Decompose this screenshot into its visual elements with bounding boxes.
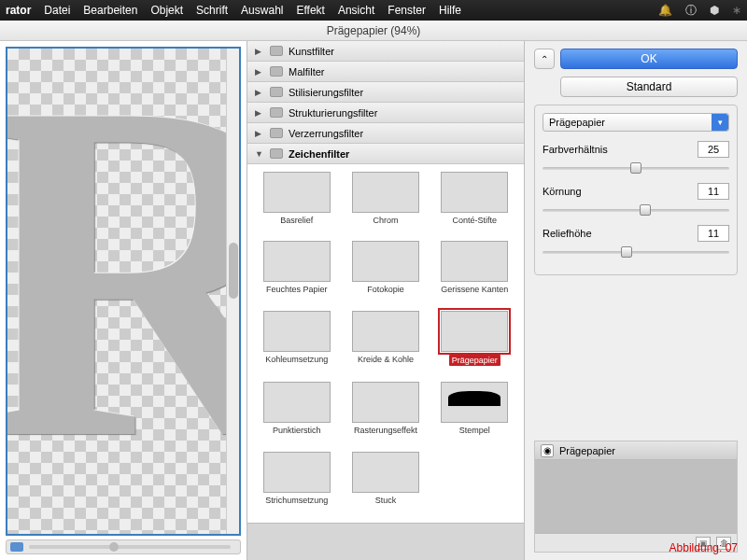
filter-thumb-feuchtes-papier[interactable]: Feuchtes Papier [255,241,338,304]
filter-thumb-rasterungseffekt[interactable]: Rasterungseffekt [344,382,427,445]
slider-knob[interactable] [640,204,651,216]
filter-swatch [352,452,419,493]
disclosure-triangle-icon: ▼ [255,149,264,159]
filter-thumb-label: Feuchtes Papier [266,285,328,294]
category-stilisierungsfilter[interactable]: ▶ Stilisierungsfilter [247,82,524,103]
filter-thumb-basrelief[interactable]: Basrelief [255,172,338,235]
filter-thumb-label: Punktierstich [273,426,321,435]
filter-thumb-label: Fotokopie [367,285,404,294]
preview-pane: R [0,41,247,560]
slider-label: Körnung [543,186,582,197]
category-label: Zeichenfilter [289,148,349,160]
filter-swatch [263,382,331,423]
disclosure-triangle-icon: ▶ [255,88,264,97]
filter-thumb-stuck[interactable]: Stuck [344,452,427,515]
filter-thumb-label: Strichumsetzung [265,496,328,505]
preview-canvas[interactable]: R [6,47,241,536]
zoom-bar[interactable] [6,539,241,554]
folder-icon [270,107,283,118]
filter-thumb-fotokopie[interactable]: Fotokopie [344,241,427,304]
system-menubar: rator Datei Bearbeiten Objekt Schrift Au… [0,0,747,21]
layer-title: Prägepapier [559,445,615,456]
filter-thumb-label: Kohleumsetzung [265,355,328,364]
filter-swatch [441,172,508,213]
filter-thumb-pr-gepapier[interactable]: Prägepapier [433,311,516,376]
filter-swatch [352,382,419,423]
category-kunstfilter[interactable]: ▶ Kunstfilter [247,41,524,62]
filter-thumb-kohleumsetzung[interactable]: Kohleumsetzung [255,311,338,376]
slider-value-input[interactable]: 11 [698,183,729,200]
category-malfilter[interactable]: ▶ Malfilter [247,62,524,82]
filter-swatch [263,241,331,282]
slider-label: Reliefhöhe [543,228,592,239]
slider-reliefhöhe[interactable] [543,245,729,259]
collapse-button[interactable]: ⌃ [534,49,555,69]
zoom-track[interactable] [29,545,231,549]
slider-knob[interactable] [630,162,641,174]
filter-thumb-label: Prägepapier [449,355,500,366]
visibility-toggle[interactable]: ◉ [541,444,554,457]
menu-objekt[interactable]: Objekt [150,4,183,17]
filter-thumb-stempel[interactable]: Stempel [433,382,516,445]
disclosure-triangle-icon: ▶ [255,47,264,56]
category-label: Verzerrungsfilter [289,128,363,139]
slider-körnung[interactable] [543,203,729,217]
settings-pane: ⌃ OK Standard Prägepapier ▾ Farbverhältn… [525,41,747,560]
filter-thumb-label: Stempel [459,426,490,435]
filter-gallery: ▶ Kunstfilter▶ Malfilter▶ Stilisierungsf… [247,41,525,560]
menu-bearbeiten[interactable]: Bearbeiten [83,4,137,17]
folder-icon [270,128,283,138]
disclosure-triangle-icon: ▶ [255,129,264,138]
category-label: Stilisierungsfilter [289,87,363,98]
bell-icon[interactable]: 🔔 [658,4,672,17]
slider-farbverhältnis[interactable] [543,161,729,175]
disclosure-triangle-icon: ▶ [255,67,264,77]
filter-thumb-gerissene-kanten[interactable]: Gerissene Kanten [433,241,516,304]
filter-thumb-label: Gerissene Kanten [441,285,508,294]
slider-label: Farbverhältnis [543,144,608,155]
zoom-level-indicator[interactable] [10,542,23,552]
menu-effekt[interactable]: Effekt [296,4,324,17]
category-label: Kunstfilter [289,46,334,57]
figure-caption: Abbildung: 07 [669,541,738,554]
filter-thumb-label: Stuck [375,496,397,505]
menu-datei[interactable]: Datei [44,4,70,17]
menu-ansicht[interactable]: Ansicht [338,4,374,17]
preview-scrollbar[interactable] [226,49,239,534]
slider-value-input[interactable]: 11 [698,225,729,242]
menu-schrift[interactable]: Schrift [196,4,228,17]
filter-swatch [441,241,508,282]
menu-fenster[interactable]: Fenster [388,4,426,17]
bluetooth-icon[interactable]: ∗ [732,4,741,17]
filter-thumb-chrom[interactable]: Chrom [344,172,427,235]
effect-layers-panel: ◉ Prägepapier ▣ 🗑 [534,441,738,553]
slider-value-input[interactable]: 25 [698,141,729,158]
app-name: rator [6,4,31,17]
category-verzerrungsfilter[interactable]: ▶ Verzerrungsfilter [247,123,524,144]
category-zeichenfilter[interactable]: ▼ Zeichenfilter [247,144,524,164]
filter-settings-panel: Prägepapier ▾ Farbverhältnis 25 Körnung … [534,105,738,275]
filter-thumb-cont-stifte[interactable]: Conté-Stifte [433,172,516,235]
info-icon[interactable]: ⓘ [685,3,697,19]
filter-thumb-punktierstich[interactable]: Punktierstich [255,382,338,445]
filter-thumb-strichumsetzung[interactable]: Strichumsetzung [255,452,338,515]
category-strukturierungsfilter[interactable]: ▶ Strukturierungsfilter [247,103,524,123]
slider-knob[interactable] [621,246,632,258]
filter-swatch [352,172,419,213]
folder-icon [270,46,283,56]
dropbox-icon[interactable]: ⬢ [710,4,719,17]
window-title: Prägepapier (94%) [327,24,421,37]
folder-icon [270,66,283,77]
preview-scroll-thumb[interactable] [229,243,238,299]
filter-select[interactable]: Prägepapier ▾ [543,113,729,132]
filter-swatch [263,172,331,213]
filter-thumb-kreide-kohle[interactable]: Kreide & Kohle [344,311,427,376]
window-titlebar: Prägepapier (94%) [0,21,747,41]
ok-button[interactable]: OK [560,49,738,69]
menu-auswahl[interactable]: Auswahl [241,4,283,17]
select-chevron-icon: ▾ [712,114,728,131]
standard-button[interactable]: Standard [560,77,738,97]
filter-thumb-label: Chrom [373,216,398,225]
menu-hilfe[interactable]: Hilfe [439,4,461,17]
filter-thumb-label: Conté-Stifte [453,216,498,225]
